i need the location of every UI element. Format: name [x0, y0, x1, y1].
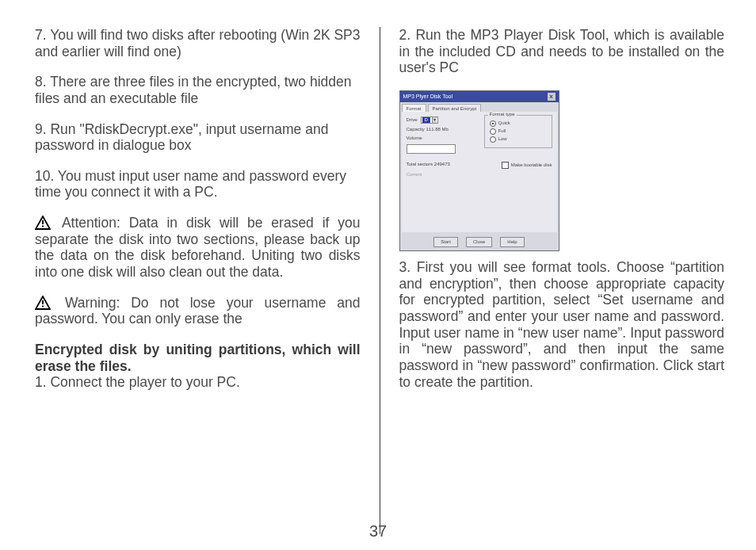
document-page: 7. You will find two disks after rebooti…	[0, 0, 756, 550]
step-9: 9. Run "RdiskDecrypt.exe", input usernam…	[35, 121, 361, 154]
current-label: Current	[407, 172, 552, 178]
radio-low[interactable]: Low	[490, 136, 547, 143]
disk-tool-dialog: MP3 Plyer Disk Tool x Format Partition a…	[399, 90, 559, 251]
drive-value: D	[422, 117, 430, 123]
svg-rect-1	[42, 220, 44, 224]
warning-triangle-icon	[35, 216, 51, 230]
format-type-title: Format type	[488, 112, 517, 117]
svg-rect-5	[42, 305, 44, 307]
right-column: 2. Run the MP3 Player Disk Tool, which i…	[380, 27, 725, 534]
bootable-checkbox[interactable]: Make bootable disk	[502, 162, 552, 169]
tab-partition-encrypt[interactable]: Partition and Encrypt	[428, 104, 482, 112]
volume-label: Volume	[407, 136, 484, 141]
chevron-down-icon: ▾	[432, 117, 437, 123]
step-10: 10. You must input user name and passwor…	[35, 168, 361, 201]
format-type-group: Format type Quick Full Low	[484, 115, 552, 148]
close-button[interactable]: Close	[466, 237, 492, 247]
total-sectors: Total sectors 249473	[407, 162, 450, 167]
volume-input[interactable]	[407, 144, 456, 154]
dialog-title: MP3 Plyer Disk Tool	[403, 94, 453, 100]
radio-full[interactable]: Full	[490, 128, 547, 135]
step-1: 1. Connect the player to your PC.	[35, 374, 361, 391]
warning-triangle-icon	[35, 296, 51, 310]
bold-heading: Encrypted disk by uniting partitions, wh…	[35, 342, 361, 374]
step-7: 7. You will find two disks after rebooti…	[35, 27, 361, 59]
svg-rect-4	[42, 300, 44, 304]
warning-text: Warning: Do not lose your username and p…	[35, 295, 361, 327]
drive-dropdown[interactable]: D ▾	[421, 116, 438, 124]
dialog-buttons: Start Close Help	[400, 234, 559, 250]
tab-format[interactable]: Format	[402, 104, 426, 112]
left-column: 7. You will find two disks after rebooti…	[35, 27, 380, 534]
dialog-body: Drive D ▾ Capacity 111.88 Mb Volume For	[402, 112, 557, 232]
capacity-text: Capacity 111.88 Mb	[407, 127, 484, 132]
step-2: 2. Run the MP3 Player Disk Tool, which i…	[399, 27, 725, 76]
page-number: 37	[0, 522, 756, 540]
drive-label: Drive	[407, 117, 418, 123]
warning-paragraph: Warning: Do not lose your username and p…	[35, 295, 361, 327]
step-8: 8. There are three files in the encrypte…	[35, 74, 361, 106]
dialog-tabs: Format Partition and Encrypt	[400, 102, 559, 112]
start-button[interactable]: Start	[433, 237, 458, 247]
attention-paragraph: Attention: Data in disk will be erased i…	[35, 215, 361, 281]
attention-text: Attention: Data in disk will be erased i…	[35, 215, 361, 280]
step-3: 3. First you will see format tools. Choo…	[399, 259, 725, 390]
dialog-titlebar: MP3 Plyer Disk Tool x	[400, 91, 559, 102]
checkbox-icon	[502, 162, 509, 169]
close-icon[interactable]: x	[548, 93, 556, 101]
help-button[interactable]: Help	[500, 237, 524, 247]
radio-quick[interactable]: Quick	[490, 120, 547, 127]
svg-rect-2	[42, 226, 44, 227]
